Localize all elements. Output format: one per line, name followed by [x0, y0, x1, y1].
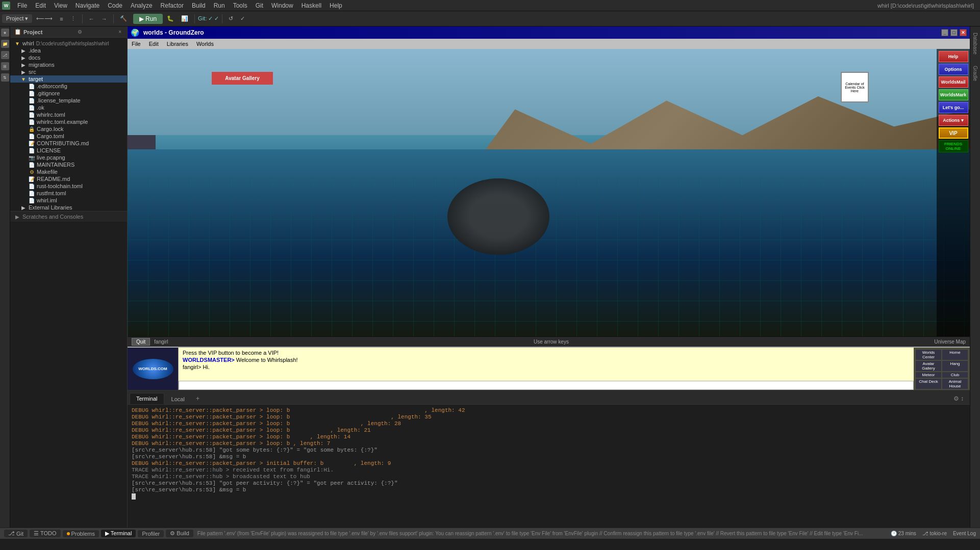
vip-btn[interactable]: VIP	[939, 127, 968, 139]
nav-animal-house[interactable]: Animal House	[942, 379, 968, 389]
structure-icon[interactable]: ⊞	[1, 62, 9, 70]
tree-rustfmt[interactable]: 📄 rustfmt.toml	[10, 190, 127, 197]
menu-file[interactable]: File	[13, 1, 31, 10]
panel-close-btn[interactable]: ×	[117, 29, 123, 35]
game-menu-libraries[interactable]: Libraries	[165, 40, 190, 47]
tab-profiler[interactable]: Profiler	[138, 530, 164, 537]
tree-migrations[interactable]: ▶ migrations	[10, 61, 127, 68]
nav-club[interactable]: Club	[942, 372, 968, 378]
toolbar-forward[interactable]: →	[98, 15, 110, 23]
tree-cargo-lock[interactable]: 🔒 Cargo.lock	[10, 125, 127, 133]
tree-idea[interactable]: ▶ .idea	[10, 47, 127, 54]
tree-whirl-iml[interactable]: 📄 whirl.iml	[10, 197, 127, 204]
worldsmark-btn[interactable]: WorldsMark	[939, 89, 968, 100]
gradle-tab[interactable]: Gradle	[971, 62, 979, 85]
toolbar-build[interactable]: 🔨	[117, 14, 130, 23]
chat-input[interactable]	[179, 381, 914, 390]
tree-cargo-toml[interactable]: 📄 Cargo.toml	[10, 133, 127, 140]
project-icon[interactable]: 📁	[1, 40, 9, 48]
tree-gitignore[interactable]: 📄 .gitignore	[10, 90, 127, 97]
nav-chat-deck[interactable]: Chat Deck	[916, 379, 941, 389]
game-menu-file[interactable]: File	[130, 40, 143, 47]
tree-license[interactable]: 📄 LICENSE	[10, 147, 127, 154]
tree-item-label: .idea	[29, 47, 41, 54]
panel-settings-btn[interactable]: ⚙	[76, 29, 84, 35]
nav-home[interactable]: Home	[942, 350, 968, 360]
actions-btn[interactable]: Actions ▾	[939, 115, 968, 126]
tree-docs[interactable]: ▶ docs	[10, 54, 127, 61]
toolbar-revert[interactable]: ↺	[225, 14, 236, 23]
tree-external-libraries[interactable]: ▶ External Libraries	[10, 204, 127, 211]
run-button[interactable]: ▶ Run	[133, 14, 163, 24]
tree-maintainers[interactable]: 📄 MAINTAINERS	[10, 161, 127, 168]
menu-edit[interactable]: Edit	[31, 1, 50, 10]
menu-build[interactable]: Build	[188, 1, 210, 10]
database-tab[interactable]: Database	[971, 29, 979, 59]
game-minimize-btn[interactable]: _	[941, 29, 948, 36]
tab-add-btn[interactable]: +	[192, 393, 204, 404]
tab-problems[interactable]: Problems	[63, 530, 99, 537]
tree-scratches[interactable]: ▶ Scratches and Consoles	[10, 211, 127, 222]
menu-help[interactable]: Help	[325, 1, 346, 10]
menu-analyze[interactable]: Analyze	[127, 1, 157, 10]
tree-readme[interactable]: 📝 README.md	[10, 175, 127, 182]
tab-terminal-bottom[interactable]: ▶ Terminal	[101, 530, 136, 537]
tree-live-pcapng[interactable]: 📷 live.pcapng	[10, 154, 127, 161]
toolbar-align[interactable]: ≡	[57, 15, 66, 23]
tab-git[interactable]: ⎇ Git	[4, 530, 28, 537]
toolbar-profile[interactable]: 📊	[178, 14, 191, 23]
vcs-icon[interactable]: ⎇	[1, 51, 9, 59]
tree-contributing[interactable]: 📝 CONTRIBUTING.md	[10, 140, 127, 147]
favorites-icon[interactable]: ★	[1, 29, 9, 37]
tree-target[interactable]: ▼ target	[10, 75, 127, 83]
tree-whirlrc-example[interactable]: 📄 whirlrc.toml.example	[10, 118, 127, 125]
tab-terminal[interactable]: Terminal	[130, 393, 164, 404]
nav-hang[interactable]: Hang	[942, 361, 968, 371]
tree-rust-toolchain[interactable]: 📄 rust-toolchain.toml	[10, 182, 127, 190]
nav-meteor[interactable]: Meteor	[916, 372, 941, 378]
tab-todo[interactable]: ☰ TODO	[30, 530, 60, 537]
menu-window[interactable]: Window	[267, 1, 297, 10]
tree-editorconfig[interactable]: 📄 .editorconfig	[10, 83, 127, 90]
pull-requests-icon[interactable]: ⇅	[1, 73, 9, 82]
game-close-btn[interactable]: ✕	[960, 29, 967, 36]
event-log[interactable]: Event Log	[953, 531, 976, 536]
menu-refactor[interactable]: Refactor	[157, 1, 188, 10]
tab-local[interactable]: Local	[165, 394, 191, 404]
letsgo-btn[interactable]: Let's go...	[939, 102, 968, 113]
game-viewport[interactable]: Avatar Gallery Calendar of Events Click …	[128, 49, 970, 336]
toolbar-back[interactable]: ←	[86, 15, 97, 23]
menu-tools[interactable]: Tools	[229, 1, 252, 10]
term-line: [src\re_server\hub.rs:53] &msg = b	[132, 487, 966, 493]
tree-src[interactable]: ▶ src	[10, 68, 127, 75]
menu-run[interactable]: Run	[210, 1, 229, 10]
toolbar-settings[interactable]: ⋮	[67, 14, 79, 23]
game-menu-worlds[interactable]: Worlds	[194, 40, 216, 47]
tab-build[interactable]: ⚙ Build	[166, 530, 193, 537]
menu-haskell[interactable]: Haskell	[297, 1, 325, 10]
toolbar-indent[interactable]: ⟵⟶	[33, 14, 56, 23]
terminal-settings-btn[interactable]: ⚙ ↕	[949, 393, 968, 404]
menu-navigate[interactable]: Navigate	[71, 1, 104, 10]
toolbar-commit[interactable]: ✓	[237, 14, 248, 23]
quit-button[interactable]: Quit	[132, 338, 150, 346]
tree-whirlrc-toml[interactable]: 📄 whirlrc.toml	[10, 111, 127, 118]
tree-license-template[interactable]: 📄 .license_template	[10, 97, 127, 104]
tree-makefile[interactable]: ⚙ Makefile	[10, 168, 127, 175]
menu-view[interactable]: View	[50, 1, 71, 10]
worldsmail-btn[interactable]: WorldsMail	[939, 76, 968, 88]
toolbar-debug[interactable]: 🐛	[164, 14, 177, 23]
menu-code[interactable]: Code	[104, 1, 127, 10]
project-selector[interactable]: Project ▾	[2, 14, 32, 23]
game-menu-edit[interactable]: Edit	[147, 40, 161, 47]
menu-git[interactable]: Git	[252, 1, 267, 10]
tree-root[interactable]: ▼ whirl D:\code\rust\git\whirlsplash\whi…	[10, 40, 127, 47]
options-btn[interactable]: Options	[939, 64, 968, 75]
nav-worlds-center[interactable]: Worlds Center	[916, 350, 941, 360]
project-icon-small: 📋	[14, 29, 21, 35]
tree-ok[interactable]: 📄 .ok	[10, 104, 127, 111]
side-panel-left: ★ 📁 ⎇ ⊞ ⇅	[0, 27, 10, 528]
nav-avatar-gallery[interactable]: Avatar Gallery	[916, 361, 941, 371]
game-maximize-btn[interactable]: □	[950, 29, 958, 36]
help-btn[interactable]: Help	[939, 51, 968, 62]
